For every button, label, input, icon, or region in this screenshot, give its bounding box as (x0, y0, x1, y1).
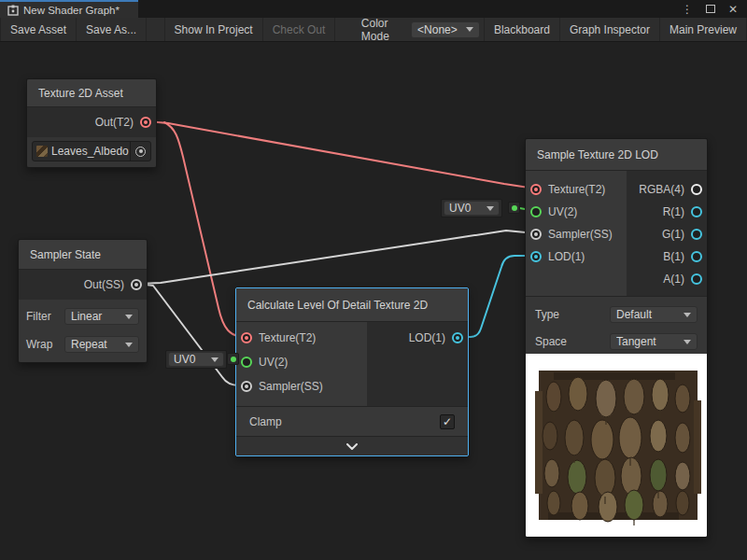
port-label: Out(SS) (84, 278, 124, 291)
port-uv-input[interactable] (530, 206, 542, 217)
uv-dot-icon (231, 357, 236, 362)
chevron-down-icon (125, 315, 133, 319)
node-title[interactable]: Texture 2D Asset (27, 79, 156, 107)
chevron-down-icon (486, 206, 494, 211)
wire-texture-to-sample[interactable] (148, 121, 535, 189)
port-rgba-output[interactable] (691, 184, 702, 195)
chevron-down-icon (466, 27, 473, 32)
tab-shader-graph[interactable]: New Shader Graph* (0, 0, 138, 18)
toolbar-spacer (335, 18, 353, 41)
object-picker-icon (135, 147, 146, 157)
port-lod-output[interactable] (452, 332, 463, 343)
window-maximize-icon[interactable] (706, 5, 715, 13)
node-title[interactable]: Sample Texture 2D LOD (526, 139, 707, 171)
filter-label: Filter (26, 310, 64, 323)
node-sample-texture-2d-lod[interactable]: Sample Texture 2D LOD Texture(T2) UV(2) … (525, 138, 708, 538)
node-title[interactable]: Sampler State (19, 240, 147, 270)
tab-title: New Shader Graph* (23, 5, 120, 16)
port-g-output[interactable] (691, 229, 702, 240)
node-title[interactable]: Calculate Level Of Detail Texture 2D (236, 288, 468, 322)
uv-dot-icon (512, 205, 517, 211)
shader-graph-icon (7, 5, 19, 16)
port-label: Out(T2) (95, 116, 134, 129)
wire-texture-to-calc[interactable] (164, 122, 246, 337)
toolbar: Save Asset Save As... Show In Project Ch… (0, 18, 747, 42)
uv-slot-connector (508, 202, 520, 214)
window-tab-bar: New Shader Graph* ⋮ ✕ (0, 0, 747, 18)
port-uv-input[interactable] (241, 357, 252, 368)
filter-dropdown[interactable]: Linear (64, 308, 139, 325)
chevron-down-icon (125, 343, 133, 347)
node-expand-button[interactable] (236, 436, 468, 455)
space-label: Space (535, 335, 610, 348)
save-asset-button[interactable]: Save Asset (0, 18, 77, 41)
port-sampler-input[interactable] (530, 229, 542, 240)
color-mode-dropdown[interactable]: <None> (411, 21, 480, 38)
port-texture-input[interactable] (241, 332, 252, 343)
color-mode-label: Color Mode (353, 17, 411, 43)
object-picker-button[interactable] (130, 142, 150, 161)
check-out-button: Check Out (263, 18, 336, 41)
main-preview-toggle-button[interactable]: Main Preview (660, 18, 747, 41)
clamp-checkbox[interactable] (440, 414, 455, 429)
toolbar-spacer (147, 18, 164, 41)
uv-slot-connector (227, 353, 239, 365)
port-b-output[interactable] (691, 251, 702, 262)
chevron-down-icon (211, 357, 218, 362)
wrap-dropdown[interactable]: Repeat (64, 336, 139, 353)
node-sampler-state[interactable]: Sampler State Out(SS) Filter Linear Wrap… (18, 239, 148, 363)
show-in-project-button[interactable]: Show In Project (164, 18, 263, 41)
uv-channel-panel: UV0 (441, 199, 502, 217)
port-a-output[interactable] (691, 273, 702, 285)
window-close-icon[interactable]: ✕ (728, 3, 738, 16)
uv-channel-dropdown[interactable]: UV0 (168, 352, 224, 367)
port-sampler-input[interactable] (241, 381, 252, 392)
texture-object-field[interactable]: Leaves_Albedo (32, 141, 151, 161)
wire-lod-to-sample[interactable] (458, 256, 535, 337)
space-dropdown[interactable]: Tangent (610, 333, 698, 350)
node-texture-2d-asset[interactable]: Texture 2D Asset Out(T2) Leaves_Albedo (26, 78, 157, 168)
clamp-label: Clamp (249, 415, 440, 428)
blackboard-toggle-button[interactable]: Blackboard (484, 18, 560, 41)
wrap-label: Wrap (26, 338, 64, 351)
node-preview-image (526, 354, 707, 537)
chevron-down-icon (346, 443, 358, 450)
port-out-t2[interactable] (140, 117, 151, 128)
texture-asset-name: Leaves_Albedo (51, 145, 130, 158)
chevron-down-icon (684, 313, 691, 317)
save-as-button[interactable]: Save As... (77, 18, 147, 41)
type-label: Type (535, 308, 610, 321)
node-calculate-lod-texture-2d[interactable]: Calculate Level Of Detail Texture 2D Tex… (235, 287, 469, 456)
port-out-ss[interactable] (131, 279, 142, 290)
window-menu-icon[interactable]: ⋮ (682, 3, 693, 16)
type-dropdown[interactable]: Default (610, 306, 698, 323)
wire-sampler-to-calc[interactable] (138, 284, 246, 385)
uv-channel-panel: UV0 (165, 350, 227, 369)
port-texture-input[interactable] (530, 184, 542, 195)
wire-sampler-to-sample[interactable] (138, 231, 535, 284)
uv-channel-dropdown[interactable]: UV0 (444, 201, 500, 216)
graph-inspector-toggle-button[interactable]: Graph Inspector (560, 18, 660, 41)
texture-thumbnail-icon (36, 146, 48, 157)
port-lod-input[interactable] (530, 251, 542, 262)
port-r-output[interactable] (691, 206, 702, 217)
chevron-down-icon (684, 340, 691, 344)
